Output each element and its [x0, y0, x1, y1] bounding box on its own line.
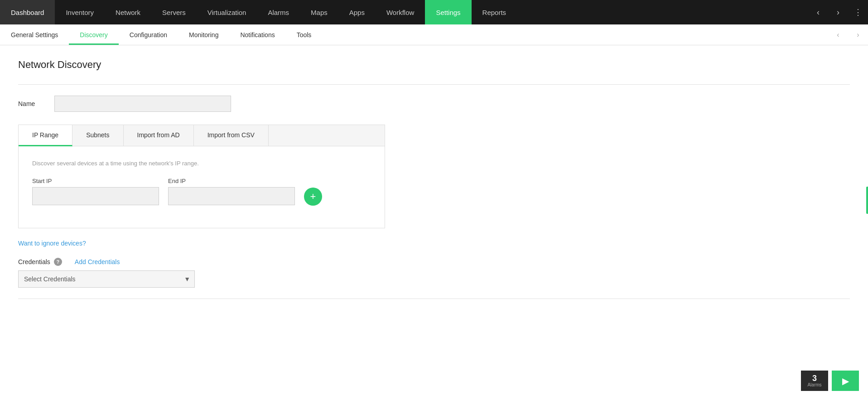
credentials-help-icon[interactable]: ? — [54, 258, 62, 266]
subnav-tools[interactable]: Tools — [286, 24, 323, 45]
name-row: Name — [18, 96, 850, 112]
credentials-section: Credentials ? Add Credentials Select Cre… — [18, 258, 850, 288]
subnav-configuration[interactable]: Configuration — [119, 24, 178, 45]
tab-bar: IP Range Subnets Import from AD Import f… — [19, 125, 385, 146]
name-input[interactable] — [54, 96, 231, 112]
tab-panel: IP Range Subnets Import from AD Import f… — [18, 125, 385, 228]
main-content: Network Discovery Name IP Range Subnets … — [0, 45, 868, 400]
top-nav-next-arrow[interactable]: › — [828, 0, 848, 24]
top-navigation: Dashboard Inventory Network Servers Virt… — [0, 0, 868, 24]
nav-reports[interactable]: Reports — [472, 0, 517, 24]
tab-content-area: Discover several devices at a time using… — [19, 146, 385, 228]
tab-spacer — [269, 125, 385, 146]
tab-import-from-ad[interactable]: Import from AD — [124, 125, 194, 146]
credentials-select-wrapper: Select Credentials ▼ — [18, 270, 195, 288]
ip-range-row: Start IP End IP + — [32, 178, 371, 206]
ignore-devices-link[interactable]: Want to ignore devices? — [18, 240, 86, 247]
top-nav-prev-arrow[interactable]: ‹ — [808, 0, 828, 24]
start-ip-input[interactable] — [32, 187, 159, 205]
top-nav-arrows: ‹ › ⋮ — [808, 0, 868, 24]
tab-description: Discover several devices at a time using… — [32, 160, 371, 167]
nav-apps[interactable]: Apps — [338, 0, 376, 24]
nav-settings[interactable]: Settings — [425, 0, 471, 24]
credentials-select[interactable]: Select Credentials — [18, 270, 195, 288]
second-nav-prev-arrow[interactable]: ‹ — [828, 24, 848, 45]
subnav-monitoring[interactable]: Monitoring — [178, 24, 229, 45]
name-label: Name — [18, 100, 54, 107]
alarms-label: Alarms — [807, 382, 821, 387]
nav-servers[interactable]: Servers — [151, 0, 197, 24]
add-credentials-link[interactable]: Add Credentials — [75, 258, 120, 265]
tab-ip-range[interactable]: IP Range — [19, 125, 72, 146]
second-nav-next-arrow[interactable]: › — [848, 24, 868, 45]
nav-dashboard[interactable]: Dashboard — [0, 0, 55, 24]
second-nav-arrows: ‹ › — [828, 24, 868, 45]
bottom-divider — [18, 299, 850, 299]
subnav-general-settings[interactable]: General Settings — [0, 24, 69, 45]
nav-maps[interactable]: Maps — [300, 0, 338, 24]
alarms-button[interactable]: 3 Alarms — [801, 371, 828, 391]
tab-subnets[interactable]: Subnets — [72, 125, 123, 146]
nav-workflow[interactable]: Workflow — [376, 0, 425, 24]
nav-alarms[interactable]: Alarms — [257, 0, 300, 24]
end-ip-input[interactable] — [168, 187, 295, 205]
nav-virtualization[interactable]: Virtualization — [197, 0, 257, 24]
add-ip-range-button[interactable]: + — [304, 188, 322, 206]
start-ip-label: Start IP — [32, 178, 159, 184]
credentials-header: Credentials ? Add Credentials — [18, 258, 850, 266]
tab-import-from-csv[interactable]: Import from CSV — [194, 125, 269, 146]
subnav-discovery[interactable]: Discovery — [69, 24, 118, 45]
second-navigation: General Settings Discovery Configuration… — [0, 24, 868, 45]
top-nav-more-menu[interactable]: ⋮ — [848, 0, 868, 24]
title-divider — [18, 84, 850, 85]
subnav-notifications[interactable]: Notifications — [229, 24, 285, 45]
bottom-right-buttons: 3 Alarms ▶ — [801, 371, 859, 391]
nav-network[interactable]: Network — [105, 0, 151, 24]
terminal-icon: ▶ — [842, 376, 849, 386]
second-nav-spacer — [322, 24, 828, 45]
end-ip-label: End IP — [168, 178, 295, 184]
credentials-label: Credentials — [18, 258, 50, 265]
end-ip-field: End IP — [168, 178, 295, 205]
right-edge-scroll-indicator — [866, 187, 868, 214]
start-ip-field: Start IP — [32, 178, 159, 205]
page-title: Network Discovery — [18, 59, 850, 71]
top-nav-spacer — [517, 0, 808, 24]
alarms-count: 3 — [812, 374, 817, 382]
terminal-button[interactable]: ▶ — [832, 371, 859, 391]
nav-inventory[interactable]: Inventory — [55, 0, 105, 24]
